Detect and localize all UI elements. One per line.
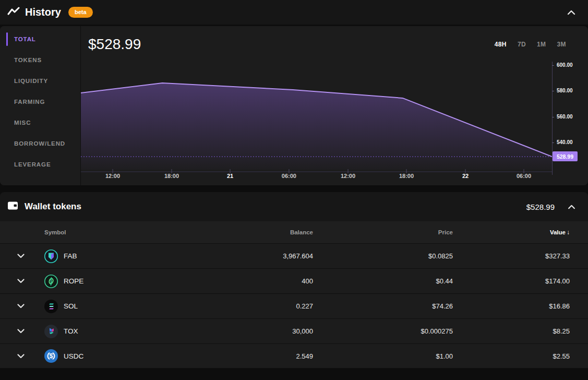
sidebar-item-tokens[interactable]: TOKENS bbox=[0, 50, 80, 70]
row-expand-button[interactable] bbox=[17, 279, 25, 283]
token-balance: 2.549 bbox=[146, 352, 313, 360]
history-panel: TOTAL TOKENS LIQUIDITY FARMING MISC BORR… bbox=[0, 26, 588, 185]
tox-token-icon bbox=[44, 324, 58, 339]
range-button-7d[interactable]: 7D bbox=[518, 41, 526, 48]
history-sidebar: TOTAL TOKENS LIQUIDITY FARMING MISC BORR… bbox=[0, 26, 81, 185]
chevron-up-icon bbox=[568, 205, 575, 209]
y-axis-label: 580.00 bbox=[557, 88, 573, 93]
chevron-down-icon bbox=[17, 329, 25, 334]
row-expand-button[interactable] bbox=[17, 254, 25, 258]
token-value: $327.33 bbox=[453, 252, 570, 260]
y-axis-tick bbox=[552, 117, 554, 117]
active-indicator-bar bbox=[6, 32, 8, 46]
token-price: $0.0825 bbox=[313, 252, 453, 260]
row-expand-button[interactable] bbox=[17, 329, 25, 334]
token-value: $2.55 bbox=[453, 352, 570, 360]
sidebar-item-leverage[interactable]: LEVERAGE bbox=[0, 154, 80, 175]
usdc-token-icon: $ bbox=[44, 349, 58, 363]
chevron-down-icon bbox=[17, 354, 25, 359]
token-price: $74.26 bbox=[313, 302, 453, 310]
range-button-1m[interactable]: 1M bbox=[537, 41, 546, 48]
svg-text:$: $ bbox=[50, 352, 53, 360]
wallet-tokens-table: Symbol Balance Price Value↓ FAB 3,967.60… bbox=[0, 221, 588, 369]
wallet-tokens-title: Wallet tokens bbox=[25, 201, 81, 212]
x-axis-label: 06:00 bbox=[282, 173, 296, 179]
portfolio-total-value: $528.99 bbox=[88, 36, 141, 53]
wallet-tokens-header: Wallet tokens $528.99 bbox=[0, 192, 588, 221]
wallet-collapse-button[interactable] bbox=[564, 199, 579, 214]
wallet-total-value: $528.99 bbox=[526, 203, 555, 211]
sort-desc-arrow-icon: ↓ bbox=[567, 229, 570, 236]
token-balance: 3,967.604 bbox=[146, 252, 313, 260]
sidebar-item-misc[interactable]: MISC bbox=[0, 112, 80, 133]
x-axis-label: 18:00 bbox=[399, 173, 414, 179]
y-axis-label: 560.00 bbox=[557, 114, 573, 120]
current-value-badge: 528.99 bbox=[553, 151, 578, 161]
sol-token-icon bbox=[44, 299, 58, 314]
y-axis-tick bbox=[552, 65, 554, 66]
token-symbol: SOL bbox=[64, 302, 78, 310]
history-title: History bbox=[25, 6, 61, 18]
history-collapse-button[interactable] bbox=[564, 5, 579, 20]
token-price: $1.00 bbox=[313, 352, 453, 360]
sidebar-item-label: TOKENS bbox=[14, 57, 42, 63]
token-price: $0.000275 bbox=[313, 327, 453, 335]
token-balance: 0.227 bbox=[146, 302, 313, 310]
y-axis-tick bbox=[552, 142, 554, 143]
sidebar-item-liquidity[interactable]: LIQUIDITY bbox=[0, 70, 80, 91]
y-axis-tick bbox=[552, 91, 554, 91]
token-symbol: FAB bbox=[64, 252, 77, 260]
token-symbol: ROPE bbox=[64, 277, 83, 285]
token-symbol: USDC bbox=[64, 352, 83, 360]
column-header-symbol[interactable]: Symbol bbox=[42, 229, 146, 235]
history-area-chart[interactable]: 12:0018:002106:0012:0018:002206:00 600.0… bbox=[81, 57, 588, 185]
row-expand-button[interactable] bbox=[17, 354, 25, 359]
x-axis-label: 06:00 bbox=[517, 173, 531, 179]
token-balance: 400 bbox=[146, 277, 313, 285]
x-axis-label: 21 bbox=[227, 173, 233, 179]
x-axis-label: 12:00 bbox=[105, 173, 120, 179]
y-axis-label: 600.00 bbox=[557, 62, 573, 68]
table-row[interactable]: ROPE 400 $0.44 $174.00 bbox=[0, 268, 588, 293]
history-chart-icon bbox=[7, 6, 20, 19]
sidebar-item-label: LEVERAGE bbox=[14, 161, 51, 168]
column-header-price[interactable]: Price bbox=[313, 229, 453, 235]
sidebar-item-label: BORROW/LEND bbox=[14, 140, 65, 147]
table-row[interactable]: TOX 30,000 $0.000275 $8.25 bbox=[0, 318, 588, 343]
history-header: History beta bbox=[0, 0, 588, 25]
range-button-3m[interactable]: 3M bbox=[557, 41, 566, 48]
column-header-label: Value bbox=[550, 229, 566, 235]
sidebar-item-farming[interactable]: FARMING bbox=[0, 91, 80, 112]
token-value: $174.00 bbox=[453, 277, 570, 285]
chevron-down-icon bbox=[17, 304, 25, 308]
wallet-icon bbox=[7, 201, 19, 212]
token-symbol: TOX bbox=[64, 327, 78, 335]
token-balance: 30,000 bbox=[146, 327, 313, 335]
table-row[interactable]: $ USDC 2.549 $1.00 $2.55 bbox=[0, 343, 588, 369]
x-axis-label: 22 bbox=[462, 173, 469, 179]
column-header-value[interactable]: Value↓ bbox=[453, 229, 570, 236]
table-row[interactable]: SOL 0.227 $74.26 $16.86 bbox=[0, 293, 588, 318]
rope-token-icon bbox=[44, 274, 58, 289]
table-row[interactable]: FAB 3,967.604 $0.0825 $327.33 bbox=[0, 243, 588, 268]
sidebar-item-label: LIQUIDITY bbox=[14, 78, 48, 84]
chart-zone: $528.99 48H 7D 1M 3M 12:0018:002106:0012… bbox=[81, 26, 588, 185]
time-range-selector: 48H 7D 1M 3M bbox=[495, 41, 566, 48]
chart-y-axis: 600.00580.00560.00540.00528.99 bbox=[552, 57, 588, 185]
x-axis-label: 12:00 bbox=[341, 173, 355, 179]
chart-plot: 12:0018:002106:0012:0018:002206:00 bbox=[81, 57, 552, 185]
sidebar-item-label: TOTAL bbox=[14, 36, 36, 42]
token-value: $8.25 bbox=[453, 327, 570, 335]
chevron-up-icon bbox=[567, 10, 575, 15]
chevron-down-icon bbox=[17, 279, 25, 283]
column-header-balance[interactable]: Balance bbox=[146, 229, 313, 235]
x-axis-label: 18:00 bbox=[164, 173, 179, 179]
sidebar-item-borrow-lend[interactable]: BORROW/LEND bbox=[0, 133, 80, 154]
chevron-down-icon bbox=[17, 254, 25, 258]
token-price: $0.44 bbox=[313, 277, 453, 285]
row-expand-button[interactable] bbox=[17, 304, 25, 308]
sidebar-item-label: FARMING bbox=[14, 99, 45, 105]
range-button-48h[interactable]: 48H bbox=[495, 41, 507, 48]
sidebar-item-total[interactable]: TOTAL bbox=[0, 29, 80, 50]
y-axis-label: 540.00 bbox=[557, 139, 573, 145]
